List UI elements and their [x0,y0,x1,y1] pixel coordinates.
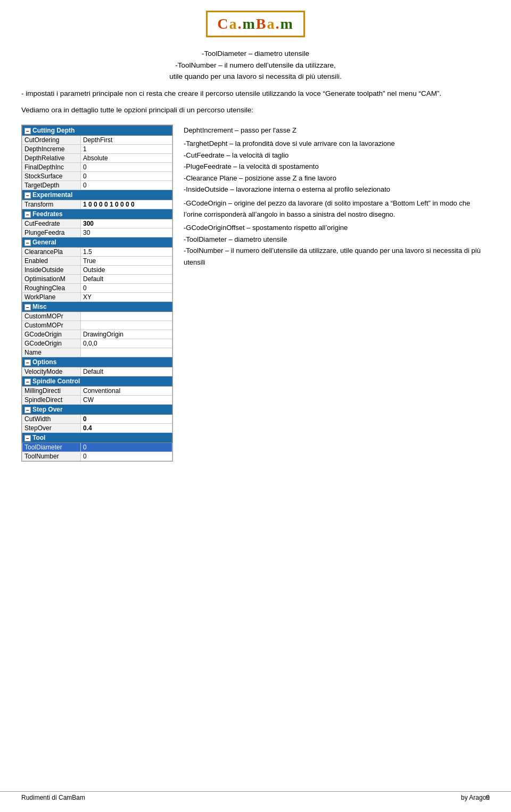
table-row: SpindleDirectCW [22,395,172,404]
table-row: GCodeOriginDrawingOrigin [22,330,172,339]
prop-name: Transform [22,200,81,209]
table-row: OptimisationMDefault [22,274,172,283]
explanation-body: DephtIncrement – passo per l'asse Z-Targ… [184,125,490,268]
prop-value: 0 [81,442,172,452]
table-row: CutFeedrate300 [22,219,172,228]
prop-value: 0 [81,283,172,292]
prop-name: VelocityMode [22,367,81,376]
prop-name: DepthIncreme [22,144,81,153]
section-header-experimental: −Experimental [22,190,172,200]
section-header-misc: −Misc [22,301,172,311]
prop-value: 0 [81,414,172,423]
prop-value: Outside [81,265,172,274]
prop-name: ClearancePla [22,247,81,256]
table-row: Name [22,348,172,357]
prop-value: Default [81,367,172,376]
prop-name: CutFeedrate [22,219,81,228]
prop-value: Conventional [81,386,172,395]
section-header-feedrates: −Feedrates [22,209,172,219]
section-header-tool: −Tool [22,432,172,442]
intro-text: -ToolDiameter – diametro utensile -ToolN… [21,48,490,116]
section-header-cutting-depth: −Cutting Depth [22,125,172,135]
prop-value: 0 [81,181,172,190]
prop-value: 0 [81,162,172,171]
prop-value: DepthFirst [81,135,172,144]
prop-value: Absolute [81,153,172,162]
page-container: Ca.mBa.m -ToolDiameter – diametro utensi… [0,0,511,812]
prop-name: StockSurface [22,171,81,181]
logo-area: Ca.mBa.m [21,11,490,37]
prop-name: TargetDepth [22,181,81,190]
logo-text: Ca.mBa.m [217,15,294,32]
table-row: CustomMOPr [22,321,172,330]
section-header-general: −General [22,237,172,247]
table-row: ClearancePla1.5 [22,247,172,256]
prop-name: GCodeOrigin [22,339,81,348]
table-row: CustomMOPr [22,311,172,321]
table-row: CutOrderingDepthFirst [22,135,172,144]
intro-line1: -ToolDiameter – diametro utensile [21,48,490,60]
table-row: InsideOutsideOutside [22,265,172,274]
prop-name: StepOver [22,423,81,432]
table-row: RoughingClea0 [22,283,172,292]
explanation-text: DephtIncrement – passo per l'asse Z-Targ… [184,125,490,270]
prop-value: Default [81,274,172,283]
prop-name: RoughingClea [22,283,81,292]
prop-name: SpindleDirect [22,395,81,404]
prop-value: CW [81,395,172,404]
table-row: GCodeOrigin0,0,0 [22,339,172,348]
prop-value: 300 [81,219,172,228]
main-layout: −Cutting DepthCutOrderingDepthFirstDepth… [21,125,490,462]
footer-left: Rudimenti di CamBam [21,794,85,801]
section-header-step-over: −Step Over [22,404,172,414]
logo-box: Ca.mBa.m [206,11,305,37]
prop-value: 1.5 [81,247,172,256]
table-row: WorkPlaneXY [22,292,172,301]
intro-line4: - impostati i parametri principale non c… [21,88,490,100]
table-row: FinalDepthInc0 [22,162,172,171]
intro-line2: -ToolNumber – il numero dell’utensile da… [21,60,490,71]
table-row: CutWidth0 [22,414,172,423]
table-row: TargetDepth0 [22,181,172,190]
prop-name: GCodeOrigin [22,330,81,339]
prop-value: 0 [81,171,172,181]
table-row: Transform1 0 0 0 0 1 0 0 0 0 [22,200,172,209]
prop-value: True [81,256,172,265]
prop-name: WorkPlane [22,292,81,301]
section-header-spindle-control: −Spindle Control [22,376,172,386]
prop-value: DrawingOrigin [81,330,172,339]
prop-value: 1 [81,144,172,153]
prop-value [81,311,172,321]
intro-line3: utile quando per una lavoro si necessita… [21,71,490,83]
footer: Rudimenti di CamBam by Aragon [0,791,511,801]
prop-name: PlungeFeedra [22,228,81,237]
table-row: StepOver0.4 [22,423,172,432]
prop-value: 1 0 0 0 0 1 0 0 0 0 [81,200,172,209]
prop-name: FinalDepthInc [22,162,81,171]
table-row: ToolNumber0 [22,452,172,461]
prop-name: CustomMOPr [22,321,81,330]
prop-name: Name [22,348,81,357]
table-row: StockSurface0 [22,171,172,181]
table-row: ToolDiameter0 [22,442,172,452]
prop-name: ToolNumber [22,452,81,461]
prop-value [81,321,172,330]
prop-value: 0 [81,452,172,461]
prop-name: DepthRelative [22,153,81,162]
prop-name: InsideOutside [22,265,81,274]
table-row: DepthRelativeAbsolute [22,153,172,162]
prop-value [81,348,172,357]
prop-name: CustomMOPr [22,311,81,321]
prop-name: MillingDirecti [22,386,81,395]
section-header-options: −Options [22,357,172,367]
property-table-container: −Cutting DepthCutOrderingDepthFirstDepth… [21,125,173,462]
property-table: −Cutting DepthCutOrderingDepthFirstDepth… [22,125,172,461]
table-row: PlungeFeedra30 [22,228,172,237]
intro-line5: Vediamo ora in dettaglio tutte le opzion… [21,104,490,116]
prop-value: XY [81,292,172,301]
prop-name: CutOrdering [22,135,81,144]
table-row: DepthIncreme1 [22,144,172,153]
table-row: EnabledTrue [22,256,172,265]
prop-value: 30 [81,228,172,237]
prop-name: Enabled [22,256,81,265]
